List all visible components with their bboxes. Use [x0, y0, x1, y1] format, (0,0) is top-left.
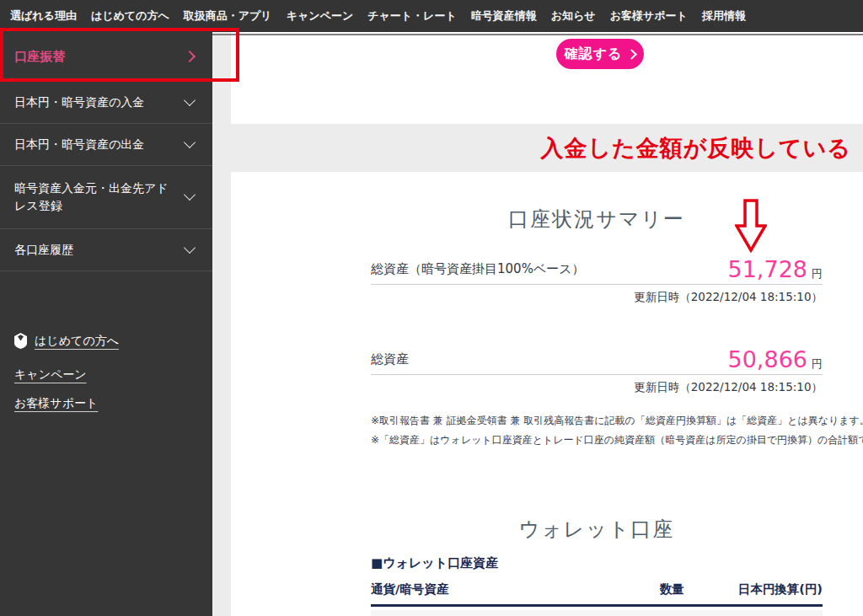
sidebar-link-label: はじめての方へ [35, 334, 119, 349]
sidebar-item-address-registration[interactable]: 暗号資産入金元・出金先アドレス登録 [0, 166, 212, 229]
chevron-down-icon [184, 189, 196, 201]
nav-item-chart-rate[interactable]: チャート・レート [367, 8, 457, 24]
nav-item-support[interactable]: お客様サポート [610, 8, 688, 24]
summary-updated-timestamp: 更新日時（2022/12/04 18:15:10） [371, 380, 823, 395]
beginner-mark-icon [14, 333, 27, 349]
chevron-right-icon [184, 51, 196, 62]
summary-row-value: 51,728 [728, 256, 807, 282]
sidebar-link-label: お客様サポート [14, 396, 98, 411]
nav-item-campaign[interactable]: キャンペーン [287, 8, 354, 24]
chevron-right-icon [627, 49, 638, 60]
summary-row-value-wrap: 50,866 円 [728, 346, 823, 374]
nav-item-recruit[interactable]: 採用情報 [702, 8, 746, 24]
header-divider [212, 34, 863, 35]
sidebar-item-withdrawal[interactable]: 日本円・暗号資産の出金 [0, 124, 212, 166]
sidebar-link-label: キャンペーン [14, 367, 87, 383]
sidebar-link-beginners[interactable]: はじめての方へ [14, 333, 119, 349]
summary-updated-timestamp: 更新日時（2022/12/04 18:15:10） [371, 290, 823, 305]
annotation-note: 入金した金額が反映している [541, 133, 851, 163]
section-divider-band: 入金した金額が反映している [212, 124, 863, 172]
sidebar-item-account-history[interactable]: 各口座履歴 [0, 229, 212, 271]
nav-item-crypto-info[interactable]: 暗号資産情報 [471, 8, 537, 24]
summary-row-unit: 円 [812, 266, 823, 281]
sidebar-item-deposit[interactable]: 日本円・暗号資産の入金 [0, 82, 212, 124]
top-nav: 選ばれる理由 はじめての方へ 取扱商品・アプリ キャンペーン チャート・レート … [0, 0, 863, 32]
chevron-down-icon [184, 136, 196, 147]
sidebar-item-label: 暗号資産入金元・出金先アドレス登録 [14, 179, 179, 215]
wallet-col-currency: 通貨/暗号資産 [371, 581, 660, 597]
wallet-col-jpy: 日本円換算(円) [738, 581, 823, 597]
sidebar-item-label: 口座振替 [14, 47, 65, 67]
sidebar-item-label: 各口座履歴 [14, 241, 73, 259]
nav-item-products[interactable]: 取扱商品・アプリ [184, 8, 272, 24]
confirm-button-label: 確認する [565, 46, 623, 63]
sidebar-item-account-transfer[interactable]: 口座振替 [0, 32, 212, 82]
summary-row-label: 総資産（暗号資産掛目100%ベース） [371, 261, 585, 284]
sidebar: 口座振替 日本円・暗号資産の入金 日本円・暗号資産の出金 暗号資産入金元・出金先… [0, 32, 212, 616]
sidebar-link-campaign[interactable]: キャンペーン [14, 367, 87, 383]
wallet-col-quantity: 数量 [660, 581, 684, 597]
chevron-down-icon [184, 94, 196, 105]
sidebar-item-label: 日本円・暗号資産の入金 [14, 94, 144, 111]
summary-row-label: 総資産 [371, 351, 409, 374]
wallet-section-title: ウォレット口座 [371, 516, 823, 543]
nav-item-beginners[interactable]: はじめての方へ [91, 8, 169, 24]
summary-note: ※「総資産」はウォレット口座資産とトレード口座の純資産額（暗号資産は所定の掛目で… [371, 431, 823, 450]
wallet-table-row [371, 610, 823, 616]
wallet-assets-subtitle: ■ウォレット口座資産 [371, 555, 823, 571]
sidebar-link-support[interactable]: お客様サポート [14, 396, 98, 411]
page: 選ばれる理由 はじめての方へ 取扱商品・アプリ キャンペーン チャート・レート … [0, 0, 863, 616]
summary-notes: ※取引報告書 兼 証拠金受領書 兼 取引残高報告書に記載の「総資産円換算額」は「… [371, 411, 823, 450]
sidebar-item-label: 日本円・暗号資産の出金 [14, 136, 144, 153]
summary-row-total: 総資産 50,866 円 [371, 338, 823, 375]
summary-note: ※取引報告書 兼 証拠金受領書 兼 取引残高報告書に記載の「総資産円換算額」は「… [371, 411, 823, 431]
confirm-button[interactable]: 確認する [556, 39, 644, 69]
nav-item-news[interactable]: お知らせ [551, 8, 596, 24]
summary-row-value: 50,866 [728, 346, 807, 372]
main-content: 確認する 入金した金額が反映している 口座状況サマリー 総資産（暗号資産掛目10… [231, 32, 863, 616]
summary-row-value-wrap: 51,728 円 [728, 256, 823, 284]
content-gutter [212, 32, 231, 616]
nav-item-reasons[interactable]: 選ばれる理由 [10, 8, 77, 24]
summary-row-total-100: 総資産（暗号資産掛目100%ベース） 51,728 円 [371, 249, 823, 285]
summary-row-unit: 円 [812, 356, 823, 372]
chevron-down-icon [184, 241, 196, 253]
wallet-table-header: 通貨/暗号資産 数量 日本円換算(円) [371, 580, 823, 607]
annotation-arrow-icon [735, 199, 767, 253]
